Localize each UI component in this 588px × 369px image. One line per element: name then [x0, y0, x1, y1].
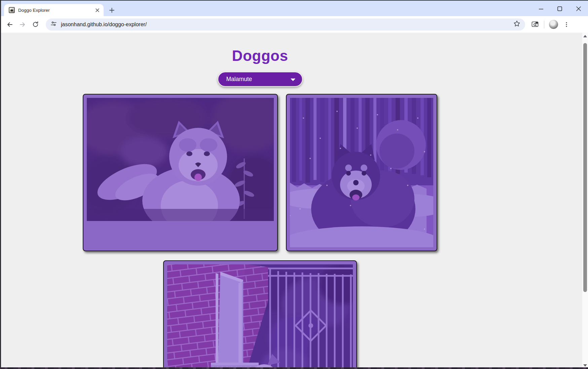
breed-select-dropdown[interactable]: Malamute [218, 72, 303, 87]
maximize-icon[interactable] [550, 1, 569, 16]
chevron-down-icon [291, 76, 295, 82]
toolbar-right-group [528, 18, 573, 31]
scrollbar-thumb[interactable] [583, 43, 587, 292]
url-text[interactable]: jasonhand.github.io/doggo-explorer/ [61, 22, 513, 28]
profile-avatar[interactable] [549, 20, 558, 29]
page-title: Doggos [1, 47, 519, 64]
window-left-edge [0, 0, 1, 369]
tab-title: Doggo Explorer [18, 8, 94, 13]
search-tabs-panel-icon[interactable] [528, 18, 541, 31]
menu-dots-icon[interactable] [560, 18, 573, 31]
toolbar-divider [544, 21, 544, 29]
bookmark-star-icon[interactable] [513, 20, 520, 29]
window-controls [531, 1, 588, 16]
page-viewport: Doggos Malamute [1, 33, 582, 369]
forward-icon[interactable] [16, 18, 29, 31]
back-icon[interactable] [3, 18, 16, 31]
address-bar[interactable]: jasonhand.github.io/doggo-explorer/ [46, 19, 525, 31]
tab-strip: Doggo Explorer [0, 1, 588, 16]
dog-photo-card-3 [163, 260, 357, 369]
malamute-standing-in-snow-image [290, 98, 433, 247]
site-settings-icon[interactable] [50, 21, 57, 28]
minimize-icon[interactable] [531, 1, 550, 16]
malamute-puppy-in-garden-image [87, 98, 274, 221]
browser-tab[interactable]: Doggo Explorer [4, 4, 104, 16]
browser-toolbar: jasonhand.github.io/doggo-explorer/ [0, 16, 588, 33]
breed-select-value: Malamute [226, 76, 291, 83]
vertical-scrollbar[interactable] [582, 33, 588, 369]
desktop-window-edge [0, 367, 588, 369]
gallery-row-1 [1, 94, 519, 251]
tab-favicon-dog-photo-icon [9, 7, 15, 13]
reload-icon[interactable] [29, 18, 42, 31]
gallery-row-2 [1, 260, 519, 369]
new-tab-button[interactable] [107, 5, 116, 15]
close-window-icon[interactable] [569, 1, 588, 16]
dog-photo-card-1 [83, 94, 278, 251]
doggo-explorer-page: Doggos Malamute [1, 33, 519, 369]
scroll-up-icon[interactable] [582, 33, 588, 39]
window-top-edge [0, 0, 588, 1]
dog-photo-card-2 [286, 94, 437, 251]
malamute-on-porch-steps-image [167, 264, 353, 369]
tab-close-icon[interactable] [94, 7, 100, 13]
